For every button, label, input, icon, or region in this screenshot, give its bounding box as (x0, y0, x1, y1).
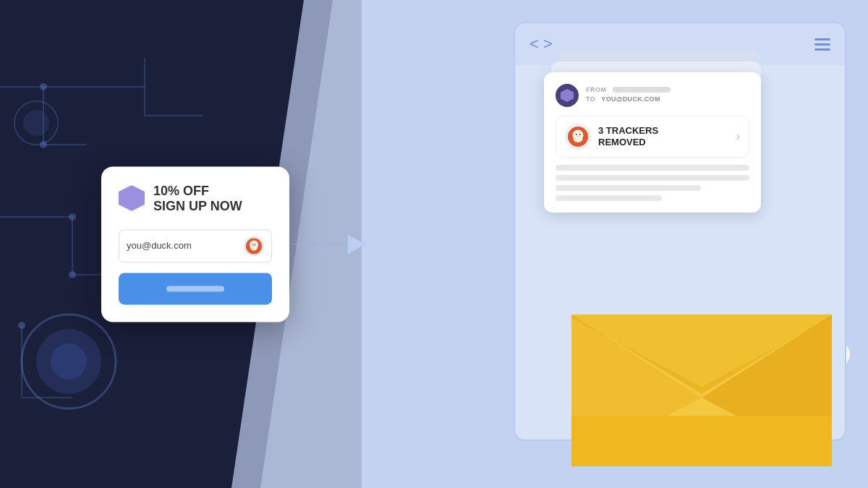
svg-point-14 (69, 213, 76, 221)
email-from-line: FROM (586, 86, 749, 93)
email-sender-hexagon (561, 89, 574, 102)
signup-button-label (166, 286, 224, 291)
svg-point-16 (18, 322, 25, 329)
trackers-text: 3 TRACKERS REMOVED (598, 125, 729, 147)
tracker-duck-logo (565, 124, 591, 150)
svg-point-21 (23, 110, 49, 136)
svg-rect-44 (571, 459, 832, 466)
svg-point-12 (40, 83, 47, 90)
signup-card: 10% OFF SIGN UP NOW you@duck.com (101, 166, 289, 322)
trackers-count-line1: 3 TRACKERS (598, 125, 729, 137)
main-scene: 10% OFF SIGN UP NOW you@duck.com (0, 0, 868, 488)
svg-point-28 (250, 244, 258, 250)
svg-point-19 (51, 343, 87, 380)
from-address-redacted (613, 87, 671, 93)
email-card-header: FROM TO YOU@DUCK.COM (556, 84, 749, 107)
trackers-count-line2: REMOVED (598, 137, 729, 148)
envelope-svg (564, 271, 839, 474)
discount-text: 10% OFF (153, 184, 242, 200)
signup-title: 10% OFF SIGN UP NOW (153, 184, 242, 215)
email-input-value: you@duck.com (127, 241, 238, 252)
email-input-row[interactable]: you@duck.com (119, 229, 272, 262)
signup-header: 10% OFF SIGN UP NOW (119, 184, 272, 215)
content-line-2 (556, 175, 749, 181)
arrow-icon (289, 223, 369, 266)
duck-badge (244, 236, 264, 256)
cta-text: SIGN UP NOW (153, 200, 242, 215)
code-brackets-icon: < > (529, 35, 553, 53)
email-duck-icon (556, 84, 579, 107)
to-label: TO (586, 95, 595, 103)
email-content-lines (556, 165, 749, 201)
email-from-to: FROM TO YOU@DUCK.COM (586, 86, 749, 105)
trackers-removed-banner[interactable]: 3 TRACKERS REMOVED › (556, 116, 749, 158)
svg-point-38 (576, 134, 577, 135)
from-label: FROM (586, 86, 607, 93)
svg-point-32 (255, 244, 256, 244)
svg-rect-43 (571, 416, 832, 466)
email-card: FROM TO YOU@DUCK.COM (544, 72, 761, 213)
svg-point-31 (252, 244, 253, 244)
trackers-chevron-icon: › (736, 130, 740, 143)
content-line-1 (556, 165, 749, 171)
svg-point-15 (69, 271, 76, 278)
to-address: YOU@DUCK.COM (601, 95, 660, 103)
hamburger-menu-icon[interactable] (814, 38, 830, 51)
content-line-4 (556, 195, 662, 201)
email-to-line: TO YOU@DUCK.COM (586, 95, 749, 103)
signup-hexagon-icon (119, 185, 145, 211)
content-line-3 (556, 185, 701, 191)
signup-button[interactable] (119, 273, 272, 304)
svg-point-39 (579, 134, 581, 135)
